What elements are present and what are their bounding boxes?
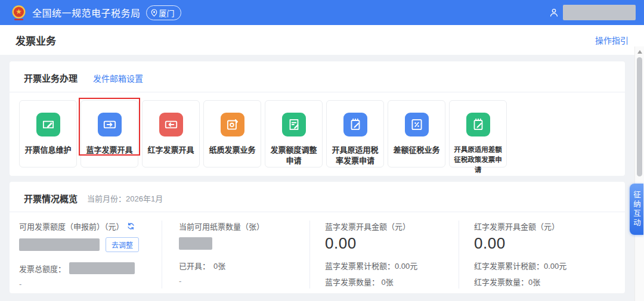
feature-paper-invoice-business[interactable]: 纸质发票业务: [203, 100, 261, 167]
feature-label: 开票信息维护: [20, 145, 76, 156]
feature-blue-invoice-issuance[interactable]: 蓝字发票开具: [80, 100, 138, 167]
issued-value: 0张: [213, 260, 225, 271]
placeholder-dash: -: [19, 280, 156, 288]
ticket-arrow-right-icon: [98, 113, 122, 136]
red-tax-total: 红字发票累计税额：0.00元: [474, 260, 566, 271]
app-header: 全国统一规范电子税务局 厦门: [0, 0, 644, 25]
feature-card-row: 开票信息维护 蓝字发票开具: [10, 92, 625, 167]
page-title: 发票业务: [16, 33, 56, 48]
operation-guide-link[interactable]: 操作指引: [595, 34, 628, 46]
clipboard-stamp-icon: [221, 113, 244, 136]
issuing-business-card: 开票业务办理 发件邮箱设置 开票信息维护: [10, 61, 625, 176]
issued-label: 已开具：: [179, 260, 210, 271]
username-redacted: [563, 5, 636, 20]
adjust-quota-button[interactable]: 去调整: [106, 237, 139, 252]
tax-interaction-side-tab[interactable]: 征纳互动: [630, 184, 643, 235]
current-month-label: 当前月份：2026年1月: [87, 193, 163, 204]
tab-sender-email-settings[interactable]: 发件邮箱设置: [93, 72, 143, 84]
blue-tax-total: 蓝字发票累计税额：0.00元: [325, 260, 417, 271]
ticket-arrow-left-icon: [159, 113, 183, 136]
stat-label: 红字发票开具金额（元）: [474, 221, 559, 232]
stat-red-invoice-amount: 红字发票开具金额（元） 0.00 红字发票累计税额：0.00元 红字发票数量：0…: [459, 221, 625, 288]
feature-label: 差额征税业务: [388, 145, 444, 156]
location-label: 厦门: [159, 7, 175, 18]
vertical-scrollbar[interactable]: [634, 46, 644, 301]
total-quota-redacted: [69, 262, 135, 274]
red-invoice-amount: 0.00: [474, 234, 619, 253]
stat-paper-invoices: 当前可用纸票数量（张） 已开具： 0张 -: [162, 221, 310, 288]
stat-label: 蓝字发票开具金额（元）: [325, 221, 410, 232]
feature-label: 纸质发票业务: [204, 145, 260, 156]
feature-label: 开具原适用差额征税政策发票申请: [450, 145, 506, 175]
placeholder-dash: -: [179, 277, 304, 286]
feature-original-differential-policy-invoice[interactable]: 开具原适用差额征税政策发票申请: [449, 100, 507, 167]
scrollbar-thumb[interactable]: [637, 57, 642, 176]
notebook-pencil-icon: [343, 113, 367, 136]
feature-original-tax-rate-invoice[interactable]: 开具原适用税率发票申请: [326, 100, 384, 167]
feature-invoice-quota-adjustment[interactable]: 发票额度调整申请: [265, 100, 323, 167]
title-bar: 发票业务 操作指引: [0, 25, 644, 55]
user-icon[interactable]: [549, 8, 559, 17]
scroll-up-arrow-icon[interactable]: [637, 50, 642, 54]
feature-label: 红字发票开具: [143, 145, 199, 156]
refresh-icon[interactable]: [127, 222, 135, 230]
overview-stats: 可用发票额度（申报前）（元） 去调整 发票总额度： -: [10, 212, 625, 288]
feature-invoice-info-maintenance[interactable]: 开票信息维护: [19, 100, 77, 167]
stat-label: 当前可用纸票数量（张）: [179, 221, 264, 232]
stat-label: 可用发票额度（申报前）（元）: [19, 221, 124, 232]
feature-differential-taxation[interactable]: 差额征税业务: [388, 100, 445, 167]
red-invoice-count: 红字发票数量：0张: [474, 276, 540, 287]
document-edit-icon: [282, 113, 306, 136]
feature-label: 发票额度调整申请: [265, 145, 322, 166]
feature-label: 开具原适用税率发票申请: [327, 145, 383, 166]
stat-blue-invoice-amount: 蓝字发票开具金额（元） 0.00 蓝字发票累计税额：0.00元 蓝字发票数量： …: [310, 221, 459, 288]
paper-count-redacted: [179, 237, 212, 250]
feature-red-invoice-issuance[interactable]: 红字发票开具: [142, 100, 200, 167]
location-pin-icon: [151, 9, 157, 17]
total-quota-label: 发票总额度：: [19, 263, 66, 274]
national-emblem-logo: [11, 5, 27, 21]
overview-title: 开票情况概览: [24, 192, 78, 204]
page: 全国统一规范电子税务局 厦门 发票业务 操作指引 开票业务办理 发件邮箱设置: [0, 0, 644, 301]
location-selector[interactable]: 厦门: [146, 5, 181, 20]
notebook-pencil-icon: [466, 113, 490, 136]
ticket-edit-icon: [36, 113, 60, 136]
blue-invoice-count: 蓝字发票数量： 0张: [325, 276, 394, 287]
quota-value-redacted: [19, 238, 100, 251]
document-percent-icon: [405, 113, 429, 136]
blue-invoice-amount: 0.00: [325, 234, 453, 253]
invoice-overview-card: 开票情况概览 当前月份：2026年1月 可用发票额度（申报前）（元） 去调整: [10, 182, 625, 293]
feature-label: 蓝字发票开具: [81, 145, 137, 156]
tab-invoice-business-handling[interactable]: 开票业务办理: [24, 72, 78, 84]
stat-available-quota: 可用发票额度（申报前）（元） 去调整 发票总额度： -: [19, 221, 162, 288]
app-title: 全国统一规范电子税务局: [32, 5, 141, 20]
